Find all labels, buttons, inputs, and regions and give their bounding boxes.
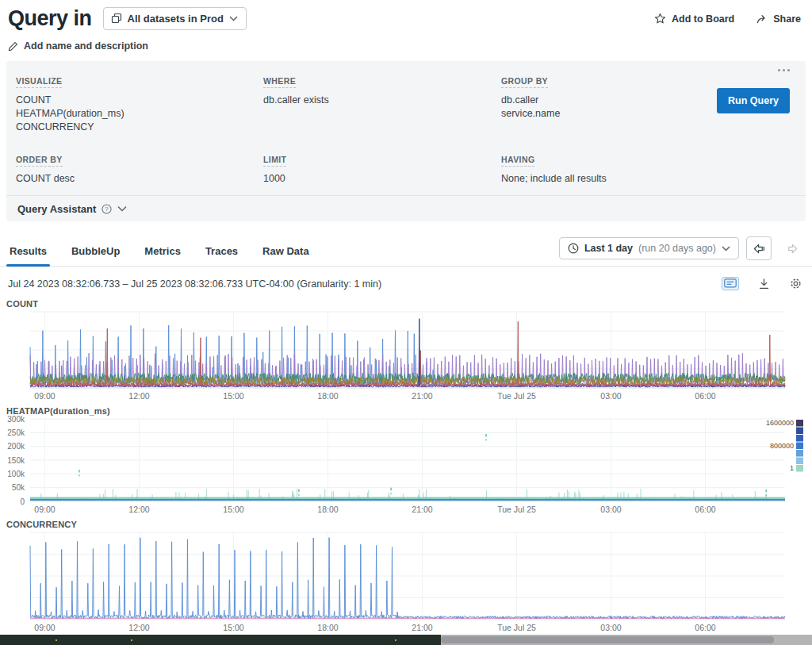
where-item[interactable]: db.caller exists	[263, 94, 501, 107]
tab-bubbleup[interactable]: BubbleUp	[70, 245, 121, 266]
svg-text:18:00: 18:00	[317, 505, 338, 514]
add-name-description-label: Add name and description	[24, 40, 148, 52]
arrow-forward-icon	[786, 244, 798, 254]
count-chart[interactable]: 09:0012:0015:0018:0021:00Tue Jul 2503:00…	[30, 312, 812, 401]
where-label: WHERE	[263, 76, 296, 88]
tab-metrics[interactable]: Metrics	[143, 245, 182, 266]
dataset-selector[interactable]: All datasets in Prod	[103, 7, 247, 30]
add-to-board-label: Add to Board	[672, 13, 734, 25]
svg-text:Tue Jul 25: Tue Jul 25	[497, 505, 536, 514]
svg-text:21:00: 21:00	[412, 391, 432, 401]
svg-text:03:00: 03:00	[600, 391, 621, 401]
horizontal-scrollbar[interactable]	[0, 635, 812, 645]
query-builder-panel: Run Query VISUALIZE COUNT HEATMAP(durati…	[6, 61, 806, 195]
svg-text:15:00: 15:00	[223, 391, 243, 401]
pencil-icon	[8, 41, 18, 52]
where-column: WHERE db.caller exists LIMIT 1000	[263, 73, 501, 186]
arrow-back-icon	[753, 244, 765, 254]
star-icon	[654, 13, 666, 25]
share-button[interactable]: Share	[756, 13, 801, 25]
svg-text:15:00: 15:00	[223, 505, 243, 514]
share-icon	[756, 13, 768, 24]
svg-text:03:00: 03:00	[600, 623, 621, 632]
scrollbar-thumb[interactable]	[441, 636, 774, 643]
panel-overflow-menu[interactable]	[778, 69, 790, 71]
time-range-value: Last 1 day	[584, 243, 633, 254]
visualize-column: VISUALIZE COUNT HEATMAP(duration_ms) CON…	[16, 73, 263, 186]
svg-text:03:00: 03:00	[600, 505, 621, 514]
svg-text:09:00: 09:00	[34, 391, 55, 401]
time-range-summary: Jul 24 2023 08:32:06.733 – Jul 25 2023 0…	[8, 278, 381, 290]
download-icon[interactable]	[758, 278, 770, 290]
tab-raw-data[interactable]: Raw Data	[261, 245, 311, 266]
svg-text:300k: 300k	[7, 415, 25, 424]
having-item[interactable]: None; include all results	[501, 172, 796, 186]
limit-item[interactable]: 1000	[263, 172, 501, 186]
svg-text:200k: 200k	[7, 442, 25, 451]
count-chart-title: COUNT	[6, 299, 812, 309]
help-icon: ?	[102, 204, 112, 214]
header: Query in All datasets in Prod Add to Boa…	[0, 0, 812, 31]
svg-text:12:00: 12:00	[128, 505, 149, 514]
svg-text:09:00: 09:00	[34, 505, 55, 514]
tab-results[interactable]: Results	[8, 245, 48, 266]
time-range-selector[interactable]: Last 1 day (run 20 days ago)	[559, 237, 739, 259]
having-label: HAVING	[501, 155, 534, 167]
svg-text:12:00: 12:00	[128, 623, 149, 632]
dataset-selector-label: All datasets in Prod	[128, 13, 224, 25]
svg-text:15:00: 15:00	[223, 623, 243, 632]
svg-text:12:00: 12:00	[128, 391, 149, 401]
svg-text:06:00: 06:00	[695, 505, 715, 514]
limit-label: LIMIT	[263, 155, 286, 167]
svg-text:250k: 250k	[7, 428, 25, 437]
heatmap-chart-title: HEATMAP(duration_ms)	[6, 406, 812, 416]
visualize-label: VISUALIZE	[16, 76, 62, 88]
query-history-back-button[interactable]	[746, 236, 772, 260]
query-assistant-bar[interactable]: Query Assistant ?	[6, 195, 806, 221]
results-table-edge	[0, 635, 441, 645]
count-chart-section: COUNT 09:0012:0015:0018:0021:00Tue Jul 2…	[0, 299, 812, 401]
svg-text:?: ?	[105, 205, 109, 213]
add-name-description[interactable]: Add name and description	[0, 31, 812, 52]
page-title: Query in	[8, 6, 92, 31]
group-by-label: GROUP BY	[501, 76, 548, 88]
query-assistant-label: Query Assistant	[17, 203, 96, 215]
svg-text:0: 0	[20, 497, 25, 506]
svg-text:800000: 800000	[770, 442, 794, 450]
svg-text:100k: 100k	[7, 470, 25, 478]
concurrency-chart-title: CONCURRENCY	[6, 520, 812, 529]
chevron-down-icon	[229, 16, 238, 21]
gear-icon[interactable]	[789, 277, 802, 290]
tab-traces[interactable]: Traces	[204, 245, 239, 266]
assistant-chevron-down-icon[interactable]	[117, 205, 127, 212]
visualize-item[interactable]: HEATMAP(duration_ms)	[16, 107, 263, 121]
svg-text:18:00: 18:00	[317, 391, 338, 401]
concurrency-chart[interactable]: 09:0012:0015:0018:0021:00Tue Jul 2503:00…	[30, 532, 812, 632]
svg-text:50k: 50k	[12, 483, 25, 492]
svg-text:21:00: 21:00	[412, 623, 432, 632]
svg-text:1600000: 1600000	[766, 419, 794, 427]
svg-text:Tue Jul 25: Tue Jul 25	[497, 623, 536, 632]
results-meta-row: Jul 24 2023 08:32:06.733 – Jul 25 2023 0…	[0, 267, 812, 294]
svg-text:18:00: 18:00	[317, 623, 338, 632]
order-by-label: ORDER BY	[16, 155, 63, 167]
svg-text:06:00: 06:00	[695, 623, 715, 632]
heatmap-chart[interactable]: 09:0012:0015:0018:0021:00Tue Jul 2503:00…	[30, 419, 812, 514]
header-actions: Add to Board Share	[654, 13, 801, 25]
svg-text:21:00: 21:00	[412, 505, 432, 514]
svg-text:09:00: 09:00	[34, 623, 55, 632]
results-toolbar	[722, 277, 802, 290]
time-controls: Last 1 day (run 20 days ago)	[559, 236, 804, 260]
svg-text:150k: 150k	[7, 456, 25, 465]
svg-text:1: 1	[790, 464, 794, 472]
add-to-board-button[interactable]: Add to Board	[654, 13, 734, 25]
visualize-item[interactable]: COUNT	[16, 94, 263, 107]
order-by-item[interactable]: COUNT desc	[16, 172, 263, 186]
clock-icon	[568, 243, 579, 254]
run-query-button[interactable]: Run Query	[717, 88, 790, 113]
annotations-button[interactable]	[722, 277, 739, 290]
datasets-icon	[112, 13, 122, 24]
query-builder-grid: VISUALIZE COUNT HEATMAP(duration_ms) CON…	[6, 61, 806, 195]
concurrency-chart-section: CONCURRENCY 09:0012:0015:0018:0021:00Tue…	[0, 520, 812, 632]
visualize-item[interactable]: CONCURRENCY	[16, 121, 263, 134]
